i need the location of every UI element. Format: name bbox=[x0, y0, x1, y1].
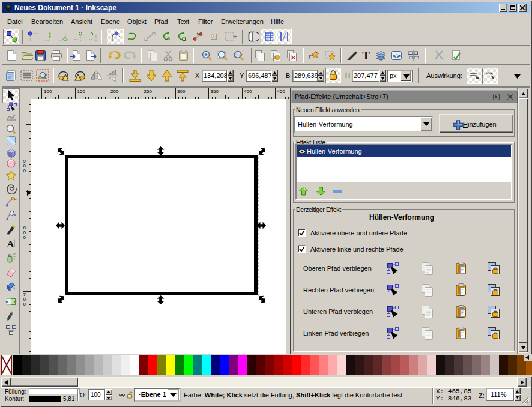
svg-text:<>: <> bbox=[393, 53, 401, 60]
svg-text:T: T bbox=[362, 50, 370, 61]
svg-text:A: A bbox=[7, 238, 14, 250]
